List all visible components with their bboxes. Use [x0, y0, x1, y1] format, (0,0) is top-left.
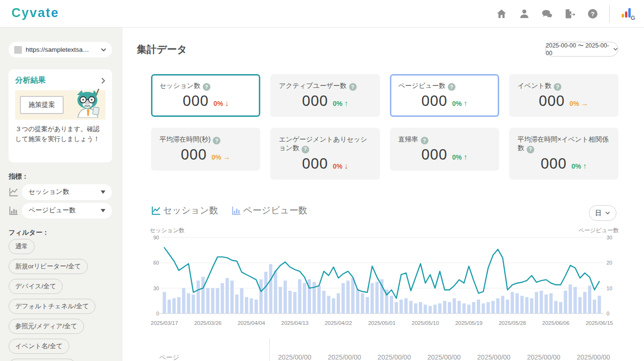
filter-list: 通常 新規orリピーター/全て デバイス/全て デフォルトチェネル/全て 参照元… [9, 239, 118, 361]
help-icon[interactable]: ? [213, 137, 220, 144]
stat-card-pageviews[interactable]: ページビュー数? 0000% ↑ [390, 74, 499, 117]
table-header-date: 2025/00/00 [369, 353, 419, 361]
svg-text:2025/04/04: 2025/04/04 [237, 320, 265, 326]
analysis-result-card: 分析結果 施策提案 [9, 69, 112, 162]
line-chart-icon [151, 205, 161, 216]
filter-pill-default-channel[interactable]: デフォルトチェネル/全て [9, 299, 95, 314]
site-url-text: https://sampletextsa… [26, 46, 97, 53]
metric-select-row-1: セッション数 [9, 184, 112, 200]
bar-chart-icon [9, 205, 19, 216]
trend-up-icon: ↑ [583, 162, 587, 170]
google-analytics-icon[interactable]: G [620, 8, 635, 20]
stat-card-events[interactable]: イベント数? 0000% → [509, 74, 618, 117]
analysis-note: ３つの提案があります。確認して施策を実行しましょう！ [15, 124, 105, 144]
bar-chart-icon [231, 205, 242, 216]
help-icon[interactable]: ? [421, 137, 428, 144]
table-header-date: 2025/00/00 [270, 353, 320, 361]
stat-card-sessions[interactable]: セッション数? 0000% ↓ [151, 74, 260, 117]
chat-icon[interactable] [541, 8, 553, 20]
svg-text:2025/04/22: 2025/04/22 [325, 320, 352, 326]
legend-sessions: セッション数 [151, 204, 218, 217]
chart-legend: セッション数 ページビュー数 [151, 204, 307, 217]
stat-card-value: 000 [302, 155, 328, 172]
metric-select-sessions[interactable]: セッション数 [22, 184, 112, 200]
chart-canvas: 003010602090302025/03/172025/03/262025/0… [150, 234, 619, 345]
stat-card-label: ページビュー数 [398, 82, 445, 89]
help-icon[interactable]: ? [554, 83, 561, 91]
stat-card-value: 000 [302, 93, 328, 110]
analysis-result-title: 分析結果 [15, 76, 46, 86]
analysis-result-header[interactable]: 分析結果 [15, 76, 105, 86]
help-icon[interactable]: ? [527, 146, 534, 153]
help-icon[interactable]: ? [203, 83, 210, 91]
home-icon[interactable] [495, 8, 508, 20]
table-header-date: 2025/00/00 [469, 353, 519, 361]
legend-pageviews: ページビュー数 [231, 204, 307, 217]
app-header: Cyvate ? G [0, 0, 644, 28]
filter-pill-device[interactable]: デバイス/全て [9, 279, 63, 294]
export-icon[interactable] [564, 8, 576, 20]
date-range-select[interactable]: 2025-00-00 〜 2025-00-00 [545, 42, 618, 57]
trend-flat-icon: → [223, 153, 231, 161]
filter-pill-campaign[interactable]: キャンペーン/全て [9, 359, 76, 361]
stat-card-label: エンゲージメントありセッション数 [279, 135, 367, 152]
stat-card-bounce-rate[interactable]: 直帰率? 0000% ↑ [390, 128, 499, 171]
stat-cards: セッション数? 0000% ↓ アクティブユーザー数? 0000% ↑ ページビ… [151, 74, 618, 180]
stat-card-time-event-correlation[interactable]: 平均滞在時間×イベント相関係数? 0000% ↑ [509, 128, 618, 179]
sessions-pageviews-chart: 003010602090302025/03/172025/03/262025/0… [150, 234, 619, 345]
chevron-right-icon [101, 77, 105, 84]
app-logo: Cyvate [11, 6, 59, 20]
filter-pill-normal[interactable]: 通常 [9, 239, 35, 254]
stat-card-avg-time[interactable]: 平均滞在時間(秒)? 0000% → [151, 128, 260, 171]
line-chart-icon [9, 187, 19, 197]
stat-card-delta: 0% → [211, 153, 230, 162]
filter-pill-source-media[interactable]: 参照元/メディア/全て [9, 319, 84, 334]
site-favicon-placeholder [14, 46, 22, 54]
svg-text:30: 30 [153, 285, 159, 291]
filter-pill-new-or-repeat[interactable]: 新規orリピーター/全て [9, 259, 88, 274]
svg-text:2025/05/19: 2025/05/19 [455, 320, 483, 326]
interval-select[interactable]: 日 [589, 205, 616, 221]
dropdown-arrow-icon [101, 190, 105, 194]
svg-text:10: 10 [606, 285, 612, 291]
table-header-date: 2025/00/00 [519, 353, 568, 361]
metric-select-pageviews[interactable]: ページビュー数 [22, 203, 112, 218]
legend-sessions-label: セッション数 [163, 204, 218, 217]
stat-card-label: イベント数 [518, 82, 551, 89]
help-icon[interactable]: ? [448, 83, 455, 91]
site-url-select[interactable]: https://sampletextsa… [9, 42, 112, 57]
trend-down-icon: ↓ [225, 99, 229, 107]
proposal-button[interactable]: 施策提案 [20, 96, 64, 114]
svg-text:2025/04/13: 2025/04/13 [281, 320, 309, 326]
metric-select-pageviews-value: ページビュー数 [28, 206, 76, 215]
stat-card-value: 000 [183, 93, 209, 110]
table-header-date: 2025/00/00 [320, 353, 369, 361]
trend-down-icon: ↓ [344, 162, 348, 170]
svg-text:2025/05/01: 2025/05/01 [368, 320, 396, 326]
chevron-down-icon [605, 211, 610, 215]
stat-card-active-users[interactable]: アクティブユーザー数? 0000% ↑ [270, 74, 379, 117]
trend-up-icon: ↑ [464, 153, 467, 161]
svg-text:2025/05/10: 2025/05/10 [412, 320, 439, 326]
stat-card-delta: 0% ↑ [333, 99, 348, 108]
stat-card-label: アクティブユーザー数 [279, 82, 346, 89]
filters-label: フィルター： [9, 228, 49, 237]
help-icon[interactable]: ? [587, 8, 599, 20]
help-icon[interactable]: ? [302, 146, 309, 153]
svg-text:0: 0 [606, 311, 609, 316]
filter-pill-event-name[interactable]: イベント名/全て [9, 339, 69, 354]
svg-text:2025/03/17: 2025/03/17 [151, 320, 178, 326]
stat-card-delta: 0% ↑ [452, 99, 467, 108]
svg-text:30: 30 [606, 235, 612, 240]
dropdown-arrow-icon [101, 209, 105, 212]
interval-value: 日 [595, 209, 602, 218]
legend-pageviews-label: ページビュー数 [243, 204, 307, 217]
user-icon[interactable] [518, 8, 530, 20]
svg-text:2025/03/26: 2025/03/26 [194, 320, 222, 326]
date-range-value: 2025-00-00 〜 2025-00-00 [546, 42, 609, 57]
svg-text:2025/05/28: 2025/05/28 [499, 320, 526, 326]
stat-card-engaged-sessions[interactable]: エンゲージメントありセッション数? 0000% ↓ [270, 128, 379, 179]
help-icon[interactable]: ? [349, 83, 357, 91]
proposal-banner: 施策提案 [15, 90, 105, 120]
svg-text:20: 20 [606, 260, 612, 266]
